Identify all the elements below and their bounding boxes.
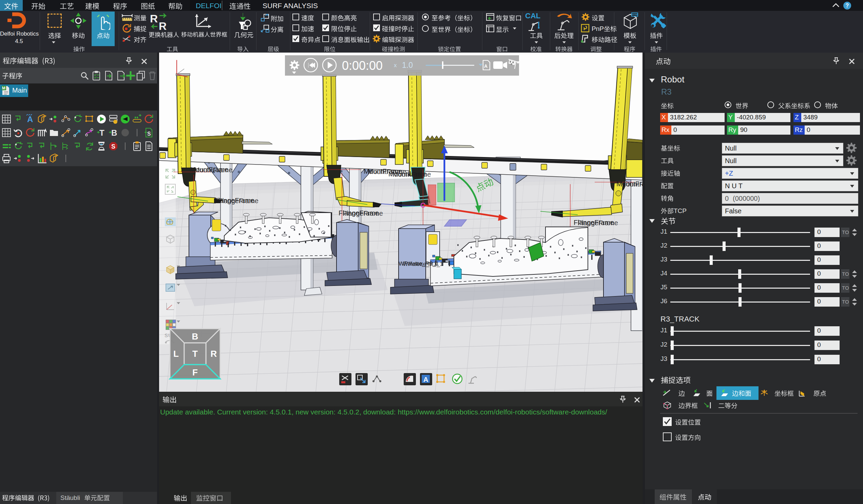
svg-text:R: R — [211, 349, 217, 359]
svg-text:S: S — [111, 143, 115, 150]
svg-text:T: T — [192, 349, 198, 359]
svg-text:MountFrame: MountFrame — [621, 180, 642, 188]
svg-text:S: S — [147, 131, 151, 137]
svg-text:FlangeFrame: FlangeFrame — [218, 197, 259, 204]
svg-text:A: A — [27, 115, 33, 124]
svg-text:R: R — [159, 20, 166, 30]
svg-text:T: T — [99, 128, 104, 137]
svg-text:A: A — [423, 376, 428, 383]
svg-text:M: M — [2, 86, 5, 90]
svg-text:WPalette_R3_1: WPalette_R3_1 — [403, 261, 443, 267]
svg-text:FlangeFrame: FlangeFrame — [342, 210, 383, 217]
svg-text:A: A — [484, 63, 487, 69]
svg-text:F: F — [192, 367, 198, 378]
svg-text:R: R — [150, 13, 158, 25]
svg-text:MountFrame: MountFrame — [392, 171, 431, 178]
svg-text:MountFrame: MountFrame — [194, 166, 233, 174]
svg-text:B: B — [192, 331, 198, 342]
svg-text:B: B — [111, 128, 117, 137]
svg-text:L: L — [173, 349, 179, 359]
svg-text:FlangeFrame: FlangeFrame — [578, 219, 618, 227]
